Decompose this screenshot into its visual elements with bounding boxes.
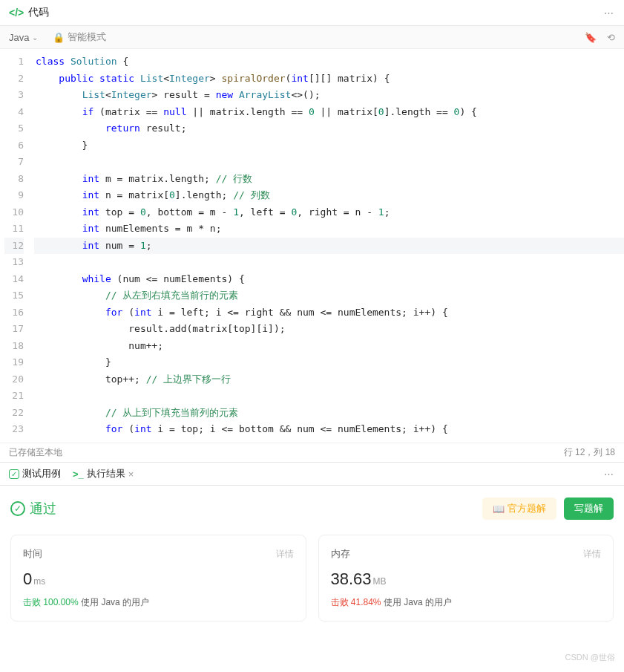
editor-toolbar: Java ⌄ 🔒 智能模式 🔖 ⟲ xyxy=(0,26,624,49)
tab-testcase[interactable]: ✓ 测试用例 xyxy=(9,467,61,480)
refresh-icon[interactable]: ⟲ xyxy=(607,32,615,43)
saved-status: 已存储至本地 xyxy=(9,446,62,459)
more-icon[interactable]: ⋯ xyxy=(604,7,615,19)
time-detail-link[interactable]: 详情 xyxy=(276,548,294,561)
memory-beat: 击败 41.84% 使用 Java 的用户 xyxy=(331,596,602,609)
memory-value: 38.63MB xyxy=(331,570,602,589)
memory-title: 内存 xyxy=(331,547,584,561)
result-tabs: ✓ 测试用例 >_ 执行结果 × ⋯ xyxy=(0,462,624,486)
memory-card: 内存 详情 38.63MB 击败 41.84% 使用 Java 的用户 xyxy=(318,535,614,622)
panel-title: 代码 xyxy=(28,6,604,19)
more-icon[interactable]: ⋯ xyxy=(604,469,615,480)
memory-detail-link[interactable]: 详情 xyxy=(583,548,601,561)
code-area[interactable]: class Solution { public static List<Inte… xyxy=(30,49,624,443)
language-selector[interactable]: Java ⌄ xyxy=(9,32,38,43)
language-label: Java xyxy=(9,32,29,43)
lock-icon: 🔒 xyxy=(53,32,65,43)
tab-result[interactable]: >_ 执行结果 × xyxy=(73,467,134,480)
code-header: </> 代码 ⋯ xyxy=(0,0,624,26)
time-card: 时间 详情 0ms 击败 100.00% 使用 Java 的用户 xyxy=(10,535,306,622)
write-solution-button[interactable]: 写题解 xyxy=(564,498,614,520)
bookmark-icon[interactable]: 🔖 xyxy=(585,32,597,43)
smart-mode[interactable]: 🔒 智能模式 xyxy=(53,30,106,44)
cursor-position: 行 12，列 18 xyxy=(564,446,615,459)
time-beat: 击败 100.00% 使用 Java 的用户 xyxy=(23,596,294,609)
code-icon: </> xyxy=(9,7,24,19)
time-title: 时间 xyxy=(23,547,276,561)
result-panel: ✓ 通过 📖 官方题解 写题解 时间 详情 0ms 击败 100.00% 使用 … xyxy=(0,486,624,633)
mode-label: 智能模式 xyxy=(68,30,106,44)
line-gutter: 1234567891011121314151617181920212223 xyxy=(0,49,30,443)
book-icon: 📖 xyxy=(493,503,505,515)
time-value: 0ms xyxy=(23,570,294,589)
tab-testcase-label: 测试用例 xyxy=(22,467,61,480)
success-icon: ✓ xyxy=(10,501,25,516)
code-editor[interactable]: 1234567891011121314151617181920212223 cl… xyxy=(0,49,624,443)
status-text: 通过 xyxy=(30,500,56,518)
tab-result-label: 执行结果 xyxy=(87,467,125,480)
chevron-down-icon: ⌄ xyxy=(32,33,38,42)
official-label: 官方题解 xyxy=(508,502,546,515)
close-icon[interactable]: × xyxy=(128,469,134,480)
official-solution-button[interactable]: 📖 官方题解 xyxy=(482,498,556,520)
terminal-icon: >_ xyxy=(73,469,84,480)
check-icon: ✓ xyxy=(9,469,19,479)
editor-statusbar: 已存储至本地 行 12，列 18 xyxy=(0,443,624,462)
result-status: ✓ 通过 xyxy=(10,500,56,518)
